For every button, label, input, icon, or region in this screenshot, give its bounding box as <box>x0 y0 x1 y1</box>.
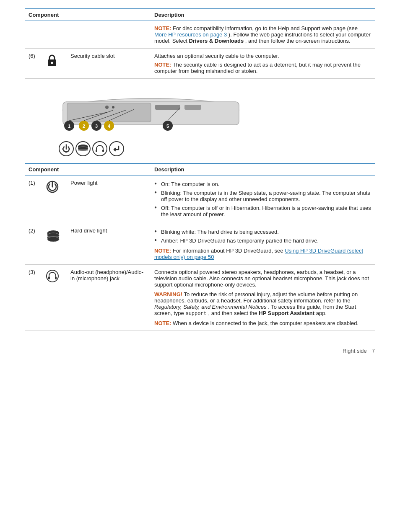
list-item: Off: The computer is off or in Hibernati… <box>154 204 371 219</box>
page-footer: Right side 7 <box>25 348 375 354</box>
hp-support-bold: HP Support Assistant <box>259 310 314 316</box>
component-header: Component <box>25 9 151 21</box>
row-num: (6) <box>25 49 42 79</box>
description-header-2: Description <box>151 163 375 176</box>
svg-text:5: 5 <box>166 124 169 129</box>
svg-text:2: 2 <box>83 124 85 129</box>
row-description: On: The computer is on. Blinking: The co… <box>151 176 375 223</box>
description-header: Description <box>151 9 375 21</box>
table-row: (2) Hard drive light Blinking white: The… <box>25 223 375 265</box>
note-text: For information about HP 3D DriveGuard, … <box>173 248 285 254</box>
page-number: 7 <box>372 348 375 354</box>
bullet-list: On: The computer is on. Blinking: The co… <box>154 180 371 219</box>
component-header-2: Component <box>25 163 151 176</box>
row-num: (2) <box>25 223 42 265</box>
row-num: (1) <box>25 176 42 223</box>
diagram-section: 1 2 3 4 5 ⏻ <box>25 91 375 156</box>
svg-rect-5 <box>155 105 180 110</box>
table-row: (3) Audio-out (headphone)/Audio-in (micr… <box>25 265 375 331</box>
svg-point-1 <box>51 62 53 64</box>
list-item: Amber: HP 3D DriveGuard has temporarily … <box>154 236 371 245</box>
note-block-2: NOTE: When a device is connected to the … <box>154 320 371 326</box>
row-num <box>25 21 42 49</box>
row-icon <box>42 223 67 265</box>
row-num: (3) <box>25 265 42 331</box>
note-label: NOTE: <box>154 62 171 68</box>
row-component: Hard drive light <box>67 223 151 265</box>
svg-rect-43 <box>48 276 50 279</box>
svg-rect-6 <box>184 105 201 110</box>
warning-text4: app. <box>316 310 327 316</box>
drivers-bold: Drivers & Downloads <box>189 38 244 44</box>
warning-text3: , and then select the <box>208 310 259 316</box>
note-label: NOTE: <box>154 25 171 31</box>
top-table: Component Description NOTE: For disc com… <box>25 8 375 79</box>
row-description: NOTE: For disc compatibility information… <box>151 21 375 49</box>
list-item: On: The computer is on. <box>154 180 371 189</box>
hdd-icon-circle <box>75 141 91 156</box>
table-row: NOTE: For disc compatibility information… <box>25 21 375 49</box>
hp-resources-link[interactable]: More HP resources on page 3 <box>154 31 227 38</box>
row-icon <box>42 265 67 331</box>
power-icon <box>45 180 60 194</box>
warning-label: WARNING! <box>154 291 182 297</box>
row-component: Security cable slot <box>67 49 151 79</box>
bullet-list: Blinking white: The hard drive is being … <box>154 227 371 245</box>
row-component: Audio-out (headphone)/Audio-in (micropho… <box>67 265 151 331</box>
footer-text: Right side <box>343 348 367 354</box>
desc-main: Attaches an optional security cable to t… <box>154 53 371 59</box>
note-block: NOTE: The security cable is designed to … <box>154 62 371 74</box>
row-component: Power light <box>67 176 151 223</box>
hdd-icon <box>76 142 90 155</box>
row-icon <box>42 21 67 49</box>
desc-main: Connects optional powered stereo speaker… <box>154 269 371 288</box>
svg-text:1: 1 <box>68 124 70 129</box>
svg-rect-44 <box>55 276 57 279</box>
svg-point-8 <box>112 106 114 108</box>
headphone-icon <box>45 269 60 283</box>
table-row: (6) Security cable slot Attaches an opti… <box>25 49 375 79</box>
headphone-icon-circle <box>92 141 107 156</box>
bottom-table: Component Description (1) Power light On… <box>25 163 375 331</box>
support-monospace: support <box>185 311 206 317</box>
note-text-2: When a device is connected to the jack, … <box>173 320 358 326</box>
icon-row: ⏻ <box>59 141 375 156</box>
svg-text:3: 3 <box>95 124 98 129</box>
note-label-2: NOTE: <box>154 320 171 326</box>
row-icon <box>42 176 67 223</box>
svg-point-7 <box>105 106 109 109</box>
note-block: NOTE: For information about HP 3D DriveG… <box>154 248 371 260</box>
note-label: NOTE: <box>154 248 171 254</box>
headphone-icon <box>95 144 105 154</box>
arrow-icon <box>112 144 121 153</box>
lock-icon <box>45 53 59 69</box>
warning-block: WARNING! To reduce the risk of personal … <box>154 291 371 317</box>
table-row: (1) Power light On: The computer is on. … <box>25 176 375 223</box>
svg-rect-31 <box>102 150 104 152</box>
power-icon-circle: ⏻ <box>59 141 74 156</box>
svg-rect-30 <box>96 150 97 152</box>
svg-rect-4 <box>67 103 151 122</box>
arrow-icon-circle <box>109 141 124 156</box>
row-description: Blinking white: The hard drive is being … <box>151 223 375 265</box>
svg-text:4: 4 <box>108 124 111 129</box>
row-icon <box>42 49 67 79</box>
row-description: Attaches an optional security cable to t… <box>151 49 375 79</box>
laptop-diagram: 1 2 3 4 5 <box>25 91 243 139</box>
row-description: Connects optional powered stereo speaker… <box>151 265 375 331</box>
reg-notice-italic: Regulatory, Safety, and Environmental No… <box>154 304 267 310</box>
row-component <box>67 21 151 49</box>
note-text3: , and then follow the on-screen instruct… <box>245 38 351 44</box>
note-text: For disc compatibility information, go t… <box>173 25 358 31</box>
hdd-icon <box>45 227 61 243</box>
list-item: Blinking: The computer is in the Sleep s… <box>154 189 371 204</box>
warning-text: To reduce the risk of personal injury, a… <box>154 291 358 304</box>
note-text: The security cable is designed to act as… <box>154 62 361 74</box>
list-item: Blinking white: The hard drive is being … <box>154 227 371 236</box>
